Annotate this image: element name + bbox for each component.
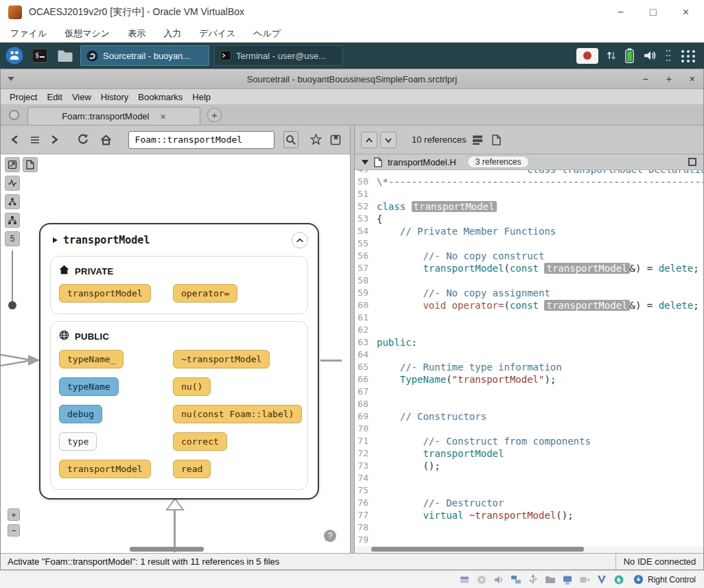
code-hscrollbar-thumb[interactable] (371, 547, 584, 552)
code-line[interactable]: 58 (356, 274, 703, 287)
code-line[interactable]: 53{ (356, 213, 703, 225)
code-line[interactable]: 73 (); (356, 460, 703, 472)
node-member-typename[interactable]: typeName (59, 377, 119, 396)
code-line[interactable]: 61 (356, 311, 703, 324)
next-reference-button[interactable] (380, 132, 397, 148)
vm-network-icon[interactable] (511, 574, 521, 585)
japanese-input-icon[interactable] (576, 48, 598, 64)
vm-mouse-integration-icon[interactable] (613, 574, 624, 585)
code-line[interactable]: 55 (356, 237, 703, 250)
vbox-menu-view[interactable]: 表示 (127, 27, 146, 40)
node-member-nu[interactable]: nu() (173, 377, 211, 396)
code-hscrollbar[interactable] (355, 546, 703, 553)
code-line[interactable]: 62 (356, 324, 703, 336)
code-line[interactable]: 64 (356, 349, 703, 361)
node-member-transportmodel[interactable]: transportModel (59, 460, 151, 478)
code-line[interactable]: 50\*------------------------------------… (356, 176, 703, 188)
back-button[interactable] (8, 131, 23, 148)
taskbar-window-sourcetrail[interactable]: Sourcetrail - buoyan... (80, 45, 209, 66)
code-line[interactable]: 49 Class transportModel Declaration (356, 170, 703, 176)
window-menu-icon[interactable] (8, 77, 14, 81)
node-member-type[interactable]: type (59, 432, 97, 451)
code-line[interactable]: 59 //- No copy assignment (356, 287, 703, 299)
code-line[interactable]: 57 transportModel(const transportModel&)… (356, 262, 703, 274)
menu-view[interactable]: View (67, 92, 96, 102)
node-header[interactable]: transportModel (40, 224, 318, 256)
code-line[interactable]: 79 (356, 534, 703, 546)
battery-icon[interactable] (624, 47, 635, 64)
bookmark-manager-button[interactable] (328, 131, 343, 148)
history-list-button[interactable] (27, 131, 43, 148)
app-grid-icon[interactable] (679, 47, 697, 64)
maximize-snippet-button[interactable] (688, 158, 696, 166)
incoming-edge[interactable] (1, 352, 42, 368)
code-line[interactable]: 77 virtual ~transportModel(); (356, 509, 703, 521)
code-line[interactable]: 56 //- No copy construct (356, 250, 703, 262)
bookmark-button[interactable] (309, 131, 324, 148)
node-member-read[interactable]: read (173, 460, 211, 478)
code-line[interactable]: 72 transportModel (356, 447, 703, 460)
custom-trail-button[interactable] (5, 176, 20, 191)
vm-usb-icon[interactable] (528, 574, 539, 585)
show-files-button[interactable] (23, 157, 38, 172)
previous-reference-button[interactable] (361, 132, 377, 148)
code-line[interactable]: 76 //- Destructor (356, 497, 703, 509)
app-titlebar[interactable]: Sourcetrail - buoyantBoussinesqSimpleFoa… (1, 69, 703, 89)
vm-shared-folders-icon[interactable] (545, 574, 556, 585)
help-button[interactable]: ? (324, 530, 336, 542)
vbox-menu-input[interactable]: 入力 (163, 27, 182, 40)
menu-edit[interactable]: Edit (42, 92, 67, 102)
graph-layout-button[interactable] (5, 194, 20, 209)
menu-project[interactable]: Project (5, 92, 42, 102)
vm-harddisk-icon[interactable] (459, 574, 470, 585)
grouping-button[interactable] (5, 213, 20, 228)
app-maximize-button[interactable]: + (666, 73, 672, 84)
collapse-file-icon[interactable] (362, 160, 368, 165)
depth-slider-track[interactable] (12, 250, 13, 305)
vm-display-icon[interactable] (562, 574, 573, 585)
app-menu-button[interactable] (4, 45, 25, 66)
code-line[interactable]: 74 (356, 472, 703, 484)
zoom-in-button[interactable]: + (8, 508, 20, 521)
code-line[interactable]: 71 //- Construct from components (356, 435, 703, 447)
vbox-maximize-button[interactable]: □ (650, 7, 657, 18)
code-line[interactable]: 63public: (356, 336, 703, 349)
menu-bookmarks[interactable]: Bookmarks (133, 92, 187, 102)
code-line[interactable]: 54 // Private Member Functions (356, 225, 703, 237)
tab-close-icon[interactable]: × (160, 111, 165, 122)
vbox-menu-machine[interactable]: 仮想マシン (64, 27, 110, 40)
vm-audio-icon[interactable] (493, 574, 504, 585)
zoom-out-button[interactable]: − (8, 524, 20, 537)
inheritance-arrow-icon[interactable] (165, 497, 185, 511)
menu-help[interactable]: Help (187, 92, 215, 102)
network-arrows-icon[interactable] (606, 49, 617, 62)
code-line[interactable]: 68 (356, 398, 703, 410)
node-member-nu-const-foam-label[interactable]: nu(const Foam::label) (173, 405, 302, 423)
vbox-minimize-button[interactable]: − (618, 7, 624, 18)
menu-history[interactable]: History (96, 92, 133, 102)
terminal-launcher-button[interactable]: $ (30, 45, 50, 66)
code-line[interactable]: 75 (356, 484, 703, 497)
search-field[interactable]: Foam::transportModel (128, 131, 274, 149)
snippet-view-button[interactable] (469, 132, 486, 148)
volume-icon[interactable] (642, 49, 657, 62)
refresh-button[interactable] (75, 131, 90, 148)
graph-node-transportmodel[interactable]: transportModel PRIVATEtransportModeloper… (39, 223, 319, 499)
code-file-header[interactable]: transportModel.H 3 references (355, 154, 703, 170)
node-member-transportmodel[interactable]: transportModel (59, 284, 151, 303)
vbox-menu-help[interactable]: ヘルプ (253, 27, 281, 40)
tab-foam-transportmodel[interactable]: Foam::transportModel × (27, 107, 200, 125)
find-symbol-button[interactable] (283, 131, 298, 148)
graph-view[interactable]: 5 transportModel (1, 154, 350, 553)
node-member-correct[interactable]: correct (173, 432, 227, 451)
app-close-button[interactable]: × (690, 73, 695, 84)
vbox-close-button[interactable]: × (683, 7, 689, 18)
node-member-operator[interactable]: operator= (173, 284, 237, 303)
outgoing-edge[interactable] (320, 360, 342, 362)
depth-slider-handle[interactable] (8, 301, 16, 309)
vm-optical-drive-icon[interactable] (476, 574, 487, 585)
code-line[interactable]: 65 //- Runtime type information (356, 361, 703, 373)
graph-hscrollbar[interactable] (130, 547, 204, 552)
code-line[interactable]: 78 (356, 521, 703, 534)
home-button[interactable] (99, 131, 114, 148)
